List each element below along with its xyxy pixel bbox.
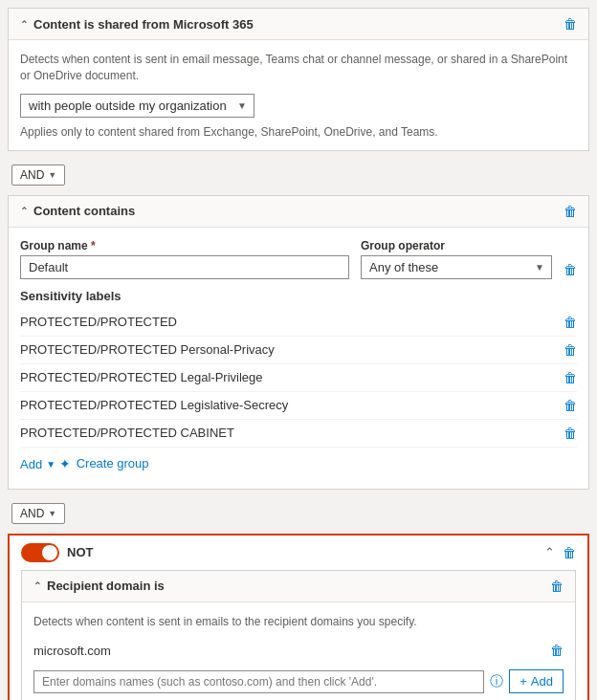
group-name-field: Group name * (20, 239, 349, 279)
recipient-domain-desc: Detects when content is sent in emails t… (33, 614, 564, 630)
shared-dropdown-wrapper: with people outside my organization with… (20, 94, 254, 118)
label-text-5: PROTECTED/PROTECTED CABINET (20, 426, 234, 440)
shared-card-chevron-icon[interactable]: ⌃ (20, 19, 28, 30)
group-operator-wrapper: Any of these All of these ▼ (361, 255, 552, 279)
group-name-input[interactable] (20, 255, 349, 279)
and-badge-2-arrow-icon: ▼ (48, 509, 56, 518)
label-row-2: PROTECTED/PROTECTED Personal-Privacy 🗑 (20, 337, 577, 364)
create-group-icon: ✦ (59, 456, 71, 471)
domain-row: microsoft.com 🗑 (33, 639, 564, 662)
shared-card-body: Detects when content is sent in email me… (9, 40, 588, 150)
recipient-domain-delete-icon[interactable]: 🗑 (550, 579, 564, 594)
not-header-right: ⌃ 🗑 (544, 545, 576, 560)
add-label-link[interactable]: Add ▼ (20, 451, 55, 477)
label-delete-icon-2[interactable]: 🗑 (564, 342, 577, 358)
required-star: * (91, 239, 96, 252)
group-operator-select[interactable]: Any of these All of these (361, 255, 552, 279)
recipient-domain-header: ⌃ Recipient domain is 🗑 (22, 571, 575, 602)
group-delete-icon[interactable]: 🗑 (564, 262, 577, 277)
contains-card-body: Group name * Group operator Any of these… (9, 228, 588, 489)
and-badge-2-label: AND (20, 507, 44, 520)
create-group-link[interactable]: ✦ Create group (59, 450, 149, 477)
recipient-domain-card: ⌃ Recipient domain is 🗑 Detects when con… (21, 570, 576, 700)
recipient-domain-chevron-icon[interactable]: ⌃ (33, 580, 41, 591)
label-delete-icon-3[interactable]: 🗑 (564, 370, 577, 385)
not-label: NOT (67, 545, 93, 559)
group-operator-field: Group operator Any of these All of these… (361, 239, 552, 279)
label-text-4: PROTECTED/PROTECTED Legislative-Secrecy (20, 398, 288, 412)
label-text-2: PROTECTED/PROTECTED Personal-Privacy (20, 342, 275, 357)
recipient-domain-header-left: ⌃ Recipient domain is (33, 579, 165, 593)
label-text-1: PROTECTED/PROTECTED (20, 315, 177, 329)
domain-input[interactable] (33, 670, 484, 693)
domain-value: microsoft.com (33, 644, 111, 658)
and-badge-1-arrow-icon: ▼ (48, 170, 56, 180)
domain-add-button[interactable]: + Add (509, 669, 564, 693)
shared-card-title: Content is shared from Microsoft 365 (33, 17, 254, 32)
label-row-1: PROTECTED/PROTECTED 🗑 (20, 309, 577, 337)
and-badge-1[interactable]: AND ▼ (11, 164, 65, 186)
label-delete-icon-4[interactable]: 🗑 (564, 398, 577, 413)
not-toggle[interactable] (21, 543, 59, 562)
label-delete-icon-1[interactable]: 🗑 (564, 315, 577, 330)
label-text-3: PROTECTED/PROTECTED Legal-Privilege (20, 370, 263, 384)
shared-dropdown[interactable]: with people outside my organization with… (20, 94, 254, 118)
toggle-thumb (42, 545, 57, 560)
add-label-arrow-icon: ▼ (46, 459, 55, 470)
domain-add-btn-label: Add (531, 674, 553, 689)
recipient-domain-body: Detects when content is sent in emails t… (22, 602, 575, 700)
toggle-track (21, 543, 59, 562)
and-badge-2[interactable]: AND ▼ (11, 503, 65, 524)
label-row-3: PROTECTED/PROTECTED Legal-Privilege 🗑 (20, 364, 577, 392)
domain-add-plus-icon: + (520, 674, 527, 689)
shared-card-header-left: ⌃ Content is shared from Microsoft 365 (20, 17, 254, 32)
contains-card: ⌃ Content contains 🗑 Group name * Group … (8, 195, 589, 490)
create-group-link-text: Create group (77, 456, 149, 470)
contains-card-title: Content contains (33, 204, 135, 218)
domain-input-row: ⓘ + Add (33, 669, 564, 693)
shared-card: ⌃ Content is shared from Microsoft 365 🗑… (8, 8, 589, 151)
shared-card-applies-text: Applies only to content shared from Exch… (20, 125, 577, 139)
not-header: NOT ⌃ 🗑 (10, 536, 587, 570)
not-section: NOT ⌃ 🗑 ⌃ Recipient domain is 🗑 Detects … (8, 534, 589, 700)
domain-value-delete-icon[interactable]: 🗑 (550, 643, 564, 658)
not-header-left: NOT (21, 543, 93, 562)
label-row-5: PROTECTED/PROTECTED CABINET 🗑 (20, 420, 577, 448)
contains-card-chevron-icon[interactable]: ⌃ (20, 206, 28, 216)
sensitivity-labels-heading: Sensitivity labels (20, 289, 577, 303)
contains-card-header-left: ⌃ Content contains (20, 204, 135, 218)
not-collapse-icon[interactable]: ⌃ (544, 545, 555, 559)
group-name-label: Group name * (20, 239, 349, 252)
label-delete-icon-5[interactable]: 🗑 (564, 426, 577, 441)
add-label-link-text: Add (20, 457, 42, 471)
domain-info-icon[interactable]: ⓘ (490, 673, 503, 690)
group-name-row: Group name * Group operator Any of these… (20, 239, 577, 279)
and-badge-1-label: AND (20, 168, 44, 182)
shared-card-delete-icon[interactable]: 🗑 (564, 16, 577, 32)
contains-card-header: ⌃ Content contains 🗑 (9, 196, 588, 228)
shared-card-desc: Detects when content is sent in email me… (20, 52, 577, 84)
label-row-4: PROTECTED/PROTECTED Legislative-Secrecy … (20, 392, 577, 420)
contains-card-delete-icon[interactable]: 🗑 (564, 204, 577, 219)
not-delete-icon[interactable]: 🗑 (563, 545, 576, 560)
group-operator-label: Group operator (361, 239, 552, 252)
shared-card-header: ⌃ Content is shared from Microsoft 365 🗑 (9, 9, 588, 40)
recipient-domain-title: Recipient domain is (47, 579, 165, 593)
